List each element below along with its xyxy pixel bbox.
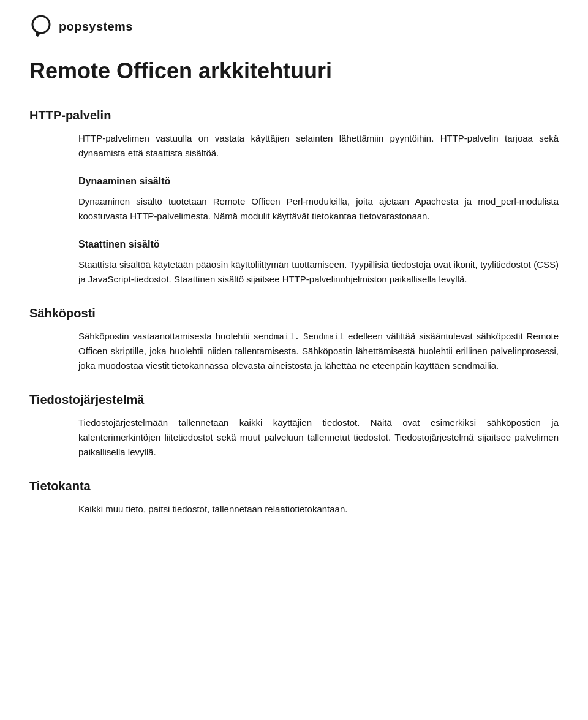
page-main-title: Remote Officen arkkitehtuuri [29, 58, 559, 84]
section-heading-sahkoposti: Sähköposti [29, 304, 559, 323]
section-tietokanta: Tietokanta Kaikki muu tieto, paitsi tied… [29, 477, 559, 517]
tiedostojarjestelma-content: Tiedostojärjestelmään tallennetaan kaikk… [78, 415, 559, 460]
section-heading-http-palvelin: HTTP-palvelin [29, 106, 559, 125]
section-sahkoposti: Sähköposti Sähköpostin vastaanottamisest… [29, 304, 559, 373]
dynaaminen-para: Dynaaminen sisältö tuotetaan Remote Offi… [78, 194, 559, 224]
page-wrapper: popsystems Remote Officen arkkitehtuuri … [0, 0, 588, 558]
tietokanta-para: Kaikki muu tieto, paitsi tiedostot, tall… [78, 502, 559, 517]
section-heading-tietokanta: Tietokanta [29, 477, 559, 496]
sendmail-code-2: Sendmail [303, 332, 344, 342]
tietokanta-content: Kaikki muu tieto, paitsi tiedostot, tall… [78, 502, 559, 517]
section-http-palvelin: HTTP-palvelin HTTP-palvelimen vastuulla … [29, 106, 559, 287]
section-heading-staattinen: Staattinen sisältö [78, 237, 559, 252]
http-palvelin-content: HTTP-palvelimen vastuulla on vastata käy… [78, 131, 559, 287]
section-tiedostojarjestelma: Tiedostojärjestelmä Tiedostojärjestelmää… [29, 390, 559, 460]
sendmail-code-1: sendmail. [253, 332, 300, 342]
section-staattinen-sisalto: Staattinen sisältö Staattista sisältöä k… [78, 237, 559, 287]
staattinen-para: Staattista sisältöä käytetään pääosin kä… [78, 257, 559, 287]
sahkoposti-content: Sähköpostin vastaanottamisesta huolehtii… [78, 329, 559, 373]
sahkoposti-para: Sähköpostin vastaanottamisesta huolehtii… [78, 329, 559, 373]
header: popsystems [29, 15, 559, 38]
section-heading-tiedostojarjestelma: Tiedostojärjestelmä [29, 390, 559, 409]
section-dynaaminen-sisalto: Dynaaminen sisältö Dynaaminen sisältö tu… [78, 174, 559, 224]
http-palvelin-intro-para: HTTP-palvelimen vastuulla on vastata käy… [78, 131, 559, 161]
svg-point-0 [32, 16, 50, 33]
tiedostojarjestelma-para: Tiedostojärjestelmään tallennetaan kaikk… [78, 415, 559, 460]
popsystems-logo-icon [29, 15, 53, 38]
section-heading-dynaaminen: Dynaaminen sisältö [78, 174, 559, 189]
logo-label: popsystems [59, 17, 133, 36]
